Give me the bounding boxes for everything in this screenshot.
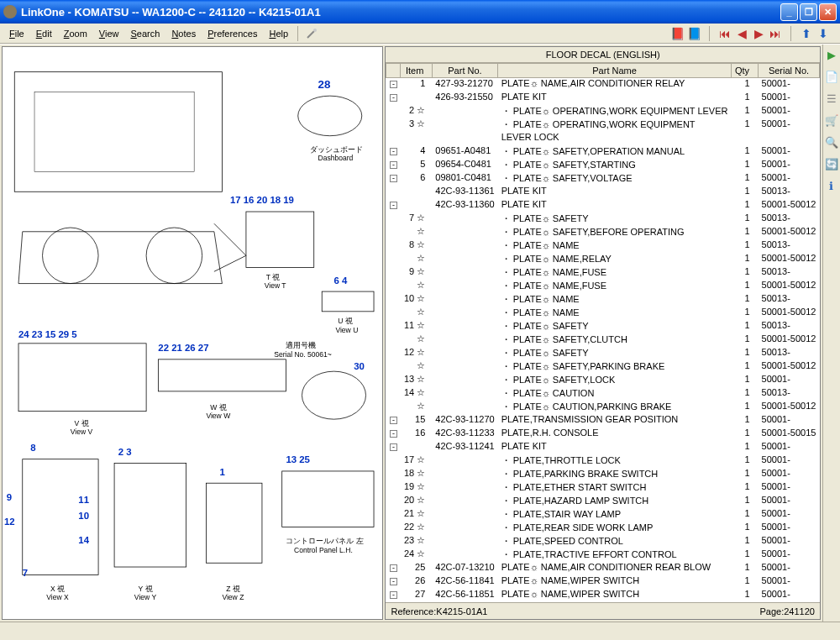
table-row[interactable]: ☆・ PLATE☼ SAFETY,PARKING BRAKE150001-500… xyxy=(386,360,819,374)
table-row[interactable]: ☆・ PLATE☼ NAME,RELAY150001-50012 xyxy=(386,253,819,266)
table-row[interactable]: 19 ☆・ PLATE,ETHER START SWITCH150001- xyxy=(386,481,819,495)
star-icon: ☆ xyxy=(417,226,425,236)
table-row[interactable]: 11 ☆・ PLATE☼ SAFETY150013- xyxy=(386,320,819,333)
parts-table[interactable]: Item Part No. Part Name Qty Serial No. -… xyxy=(386,63,819,602)
search-side-icon[interactable]: 🔍 xyxy=(825,135,838,149)
table-row[interactable]: -2642C-56-11841PLATE☼ NAME,WIPER SWITCH1… xyxy=(386,575,819,589)
menu-zoom[interactable]: Zoom xyxy=(58,27,93,40)
first-icon[interactable]: ⏮ xyxy=(718,27,732,40)
menu-notes[interactable]: Notes xyxy=(165,27,202,40)
table-row[interactable]: 9 ☆・ PLATE☼ NAME,FUSE150013- xyxy=(386,266,819,280)
cart-icon[interactable]: 🛒 xyxy=(825,113,838,127)
col-partname[interactable]: Part Name xyxy=(498,64,732,78)
expander-icon[interactable]: - xyxy=(390,81,397,88)
table-row[interactable]: 21 ☆・ PLATE,STAIR WAY LAMP150001- xyxy=(386,508,819,522)
table-row[interactable]: 12 ☆・ PLATE☼ SAFETY150013- xyxy=(386,347,819,360)
expander-icon[interactable]: - xyxy=(390,202,397,209)
svg-point-9 xyxy=(146,228,202,284)
expander-icon[interactable]: - xyxy=(390,175,397,182)
titlebar[interactable]: LinkOne - KOMATSU -- WA1200-C -- 241120 … xyxy=(0,0,840,24)
table-row[interactable]: 42C-93-11361PLATE KIT150013- xyxy=(386,186,819,199)
list-icon[interactable]: ☰ xyxy=(825,92,838,105)
table-row[interactable]: ☆・ PLATE☼ SAFETY,CLUTCH150001-50012 xyxy=(386,333,819,347)
col-serial[interactable]: Serial No. xyxy=(759,64,820,78)
table-row[interactable]: ☆・ PLATE☼ SAFETY,BEFORE OPERATING150001-… xyxy=(386,226,819,239)
close-button[interactable]: ✕ xyxy=(819,3,837,21)
menu-preferences[interactable]: Preferences xyxy=(202,27,263,40)
table-header-row: Item Part No. Part Name Qty Serial No. xyxy=(386,64,819,78)
table-row[interactable]: 18 ☆・ PLATE,PARKING BRAKE SWITCH150001- xyxy=(386,468,819,481)
last-icon[interactable]: ⏭ xyxy=(769,27,782,40)
col-partno[interactable]: Part No. xyxy=(432,64,497,78)
menu-file[interactable]: File xyxy=(3,27,30,40)
down-icon[interactable]: ⬇ xyxy=(816,27,830,40)
refresh-icon[interactable]: 🔄 xyxy=(825,157,838,170)
table-row[interactable]: ☆・ PLATE☼ CAUTION,PARKING BRAKE150001-50… xyxy=(386,401,819,414)
table-row[interactable]: 17 ☆・ PLATE,THROTTLE LOCK150001- xyxy=(386,454,819,468)
table-row[interactable]: 20 ☆・ PLATE,HAZARD LAMP SWITCH150001- xyxy=(386,495,819,508)
books-blue-icon[interactable]: 📘 xyxy=(687,27,701,40)
col-item[interactable]: Item xyxy=(401,64,432,78)
star-icon: ☆ xyxy=(417,401,425,411)
prev-icon[interactable]: ◀ xyxy=(735,27,748,40)
note-icon[interactable]: 📄 xyxy=(825,70,838,83)
table-row[interactable]: -1542C-93-11270PLATE,TRANSMISSION GEAR P… xyxy=(386,414,819,428)
menu-help[interactable]: Help xyxy=(263,27,294,40)
table-row[interactable]: 24 ☆・ PLATE,TRACTIVE EFFORT CONTROL15000… xyxy=(386,548,819,562)
up-icon[interactable]: ⬆ xyxy=(800,27,813,40)
minimize-button[interactable]: _ xyxy=(780,3,798,21)
svg-text:30: 30 xyxy=(354,361,365,371)
expander-icon[interactable]: - xyxy=(390,148,397,155)
table-row[interactable]: LEVER LOCK xyxy=(386,132,819,145)
star-icon: ☆ xyxy=(417,320,425,330)
play-icon[interactable]: ▶ xyxy=(825,48,838,61)
table-row[interactable]: 22 ☆・ PLATE,REAR SIDE WORK LAMP150001- xyxy=(386,522,819,535)
expander-icon[interactable]: - xyxy=(390,161,397,169)
table-row[interactable]: -509654-C0481・ PLATE☼ SAFETY,STARTING150… xyxy=(386,159,819,172)
table-row[interactable]: 7 ☆・ PLATE☼ SAFETY150013- xyxy=(386,212,819,226)
menu-search[interactable]: Search xyxy=(125,27,166,40)
expander-icon[interactable]: - xyxy=(390,417,397,424)
expander-icon[interactable]: - xyxy=(390,591,397,599)
table-row[interactable]: 2 ☆・ PLATE☼ OPERATING,WORK EQUIPMENT LEV… xyxy=(386,105,819,118)
next-icon[interactable]: ▶ xyxy=(752,27,765,40)
maximize-button[interactable]: ❐ xyxy=(800,3,817,21)
table-row[interactable]: 14 ☆・ PLATE☼ CAUTION150013- xyxy=(386,387,819,401)
star-icon: ☆ xyxy=(417,374,425,384)
expander-icon[interactable]: - xyxy=(390,564,397,572)
table-row[interactable]: ☆・ PLATE☼ NAME,FUSE150001-50012 xyxy=(386,280,819,293)
table-row[interactable]: 8 ☆・ PLATE☼ NAME150013- xyxy=(386,239,819,253)
bottom-status xyxy=(0,622,840,635)
table-row[interactable]: -1427-93-21270PLATE☼ NAME,AIR CONDITIONE… xyxy=(386,78,819,92)
expander-icon[interactable]: - xyxy=(390,430,397,438)
books-icon[interactable]: 📕 xyxy=(670,27,684,40)
table-row[interactable]: -609801-C0481・ PLATE☼ SAFETY,VOLTAGE1500… xyxy=(386,172,819,186)
svg-text:View X: View X xyxy=(46,593,69,601)
expander-icon[interactable]: - xyxy=(390,578,397,585)
col-expand[interactable] xyxy=(386,64,401,78)
table-row[interactable]: 10 ☆・ PLATE☼ NAME150013- xyxy=(386,293,819,307)
col-qty[interactable]: Qty xyxy=(731,64,758,78)
diagram-panel[interactable]: 28 ダッシュボード Dashboard 17 16 20 18 19 T 視 … xyxy=(2,46,383,620)
info-icon[interactable]: ℹ xyxy=(825,179,838,192)
star-icon: ☆ xyxy=(417,280,425,290)
svg-text:Y 視: Y 視 xyxy=(139,585,153,593)
wand-icon[interactable] xyxy=(305,27,318,40)
table-row[interactable]: -2542C-07-13210PLATE☼ NAME,AIR CONDITION… xyxy=(386,562,819,575)
table-row[interactable]: -2742C-56-11851PLATE☼ NAME,WIPER SWITCH1… xyxy=(386,589,819,602)
table-row[interactable]: 3 ☆・ PLATE☼ OPERATING,WORK EQUIPMENT1500… xyxy=(386,118,819,132)
table-row[interactable]: -42C-93-11241PLATE KIT150001- xyxy=(386,441,819,454)
menu-view[interactable]: View xyxy=(93,27,125,40)
svg-text:コントロールパネル 左: コントロールパネル 左 xyxy=(286,537,363,545)
table-row[interactable]: -409651-A0481・ PLATE☼ SAFETY,OPERATION M… xyxy=(386,145,819,159)
table-row[interactable]: 13 ☆・ PLATE☼ SAFETY,LOCK150001- xyxy=(386,374,819,387)
menu-edit[interactable]: Edit xyxy=(30,27,58,40)
table-row[interactable]: -42C-93-11360PLATE KIT150001-50012 xyxy=(386,199,819,212)
table-row[interactable]: 23 ☆・ PLATE,SPEED CONTROL150001- xyxy=(386,535,819,548)
expander-icon[interactable]: - xyxy=(390,94,397,102)
parts-panel: FLOOR DECAL (ENGLISH) Item Part No. Part… xyxy=(385,46,820,620)
table-row[interactable]: -1642C-93-11233PLATE,R.H. CONSOLE150001-… xyxy=(386,428,819,441)
table-row[interactable]: ☆・ PLATE☼ NAME150001-50012 xyxy=(386,307,819,320)
table-row[interactable]: -426-93-21550PLATE KIT150001- xyxy=(386,92,819,105)
expander-icon[interactable]: - xyxy=(390,443,397,451)
